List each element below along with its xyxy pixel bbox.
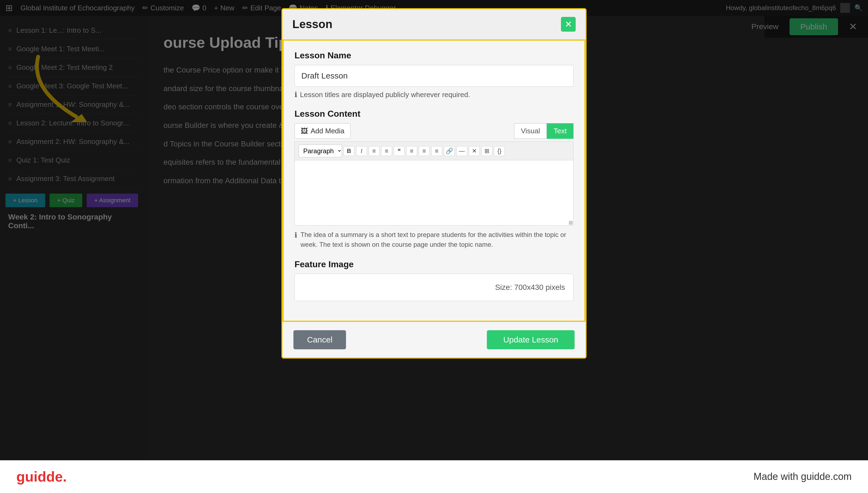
cancel-button[interactable]: Cancel	[293, 330, 346, 349]
link-button[interactable]: 🔗	[444, 146, 455, 156]
editor-view-tabs: Visual Text	[514, 123, 573, 139]
feature-image-box[interactable]: Size: 700x430 pixels	[295, 274, 573, 301]
table-button[interactable]: ⊞	[481, 146, 492, 156]
modal-body: Lesson Name ℹ Lesson titles are displaye…	[282, 40, 586, 322]
lesson-name-section: Lesson Name ℹ Lesson titles are displaye…	[295, 50, 573, 99]
lesson-name-label: Lesson Name	[295, 50, 573, 61]
guidde-tagline: Made with guidde.com	[754, 471, 852, 483]
guidde-logo: guidde.	[16, 469, 67, 485]
image-size-label: Size: 700x430 pixels	[495, 283, 565, 292]
editor-format-bar: Paragraph B I ≡ ≡ ❝ ≡ ≡ ≡ 🔗 — ✕ ⊞ {}	[295, 142, 573, 160]
unordered-list-button[interactable]: ≡	[369, 146, 380, 156]
text-tab[interactable]: Text	[547, 123, 573, 139]
blockquote-button[interactable]: ❝	[394, 146, 405, 156]
guidde-bar: guidde. Made with guidde.com	[0, 460, 868, 493]
horizontal-rule-button[interactable]: —	[456, 146, 467, 156]
remove-format-button[interactable]: ✕	[469, 146, 480, 156]
ordered-list-button[interactable]: ≡	[381, 146, 392, 156]
info-circle-icon-2: ℹ	[295, 230, 297, 240]
modal-footer: Cancel Update Lesson	[282, 322, 586, 358]
info-circle-icon: ℹ	[295, 90, 297, 99]
add-media-button[interactable]: 🖼 Add Media	[295, 123, 351, 139]
align-right-button[interactable]: ≡	[431, 146, 442, 156]
align-center-button[interactable]: ≡	[419, 146, 430, 156]
lesson-name-hint: ℹ Lesson titles are displayed publicly w…	[295, 90, 573, 99]
italic-button[interactable]: I	[356, 146, 367, 156]
lesson-content-section: Lesson Content 🖼 Add Media Visual Text P…	[295, 109, 573, 250]
editor-toolbar-top: 🖼 Add Media Visual Text	[295, 123, 573, 139]
modal-header: Lesson ✕	[282, 9, 586, 40]
close-icon: ✕	[565, 19, 572, 29]
visual-tab[interactable]: Visual	[514, 123, 547, 139]
code-button[interactable]: {}	[494, 146, 505, 156]
bold-button[interactable]: B	[344, 146, 355, 156]
feature-image-label: Feature Image	[295, 259, 573, 270]
modal-title: Lesson	[292, 18, 333, 31]
feature-image-section: Feature Image Size: 700x430 pixels	[295, 259, 573, 301]
lesson-content-label: Lesson Content	[295, 109, 573, 119]
editor-resize-handle[interactable]	[569, 221, 573, 225]
align-left-button[interactable]: ≡	[406, 146, 417, 156]
summary-hint: ℹ The idea of a summary is a short text …	[295, 230, 573, 250]
editor-content-area[interactable]	[295, 160, 573, 226]
lesson-name-input[interactable]	[295, 65, 573, 87]
add-media-icon: 🖼	[301, 127, 308, 135]
lesson-modal: Lesson ✕ Lesson Name ℹ Lesson titles are…	[281, 8, 587, 359]
modal-overlay: Lesson ✕ Lesson Name ℹ Lesson titles are…	[0, 0, 868, 493]
modal-close-button[interactable]: ✕	[561, 17, 576, 31]
paragraph-select[interactable]: Paragraph	[299, 145, 342, 157]
update-lesson-button[interactable]: Update Lesson	[487, 330, 575, 349]
